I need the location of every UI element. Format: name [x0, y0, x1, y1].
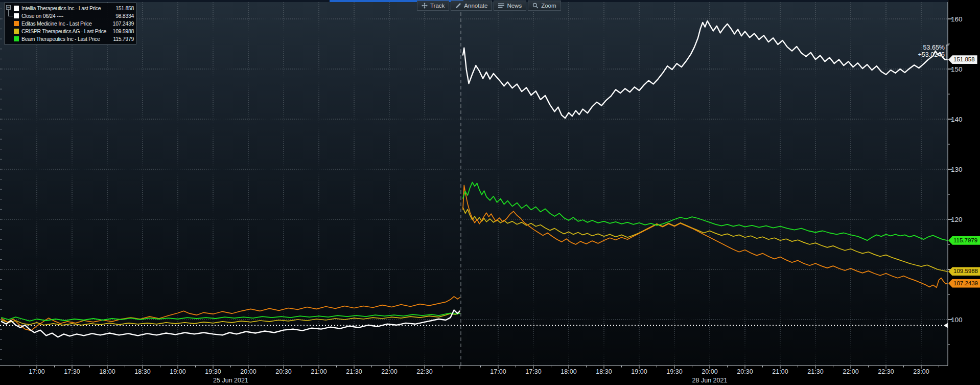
legend-item[interactable]: Beam Therapeutics Inc - Last Price 115.7… [6, 35, 134, 42]
legend-tree-connector [8, 10, 13, 16]
price-tag-editas: 107.2439 [948, 279, 980, 288]
x-tick-label: 21:00 [772, 368, 788, 375]
x-tick-label: 17:00 [490, 368, 506, 375]
legend-label: CRISPR Therapeutics AG - Last Price [21, 28, 107, 34]
legend-item[interactable]: Close on 06/24 ---- 98.8334 [6, 12, 134, 19]
chart-toolbar: Track Annotate News Zoom [417, 1, 561, 11]
track-button-label: Track [430, 3, 445, 9]
x-tick-label: 19:30 [205, 368, 221, 375]
price-tag-crispr: 109.5988 [948, 267, 980, 276]
legend-value: 115.7979 [110, 36, 134, 42]
x-tick-label: 23:00 [913, 368, 929, 375]
x-tick-label: 18:30 [596, 368, 612, 375]
zoom-button-label: Zoom [541, 3, 556, 9]
x-tick-label: 17:30 [64, 368, 80, 375]
legend-item[interactable]: Intellia Therapeutics Inc - Last Price 1… [6, 4, 134, 12]
news-button[interactable]: News [494, 1, 526, 11]
legend-item[interactable]: CRISPR Therapeutics AG - Last Price 109.… [6, 27, 134, 35]
x-tick-label: 18:30 [134, 368, 150, 375]
legend-value: 151.858 [110, 5, 134, 11]
legend-value: 107.2439 [110, 20, 134, 27]
x-tick-label: 20:00 [702, 368, 717, 375]
y-tick-label: 150 [951, 65, 963, 73]
x-tick-label: 20:30 [737, 368, 753, 375]
date-label: 28 Jun 2021 [692, 377, 728, 384]
x-tick-label: 18:00 [99, 368, 115, 375]
zoom-button[interactable]: Zoom [528, 1, 561, 11]
price-tag-beam: 115.7979 [948, 236, 980, 245]
change-amount: +53.0245 [918, 51, 945, 58]
legend-label: Beam Therapeutics Inc - Last Price [21, 36, 107, 42]
news-button-label: News [507, 3, 522, 9]
x-tick-label: 17:00 [29, 368, 44, 375]
magnifier-icon [532, 3, 539, 9]
y-tick-label: 100 [951, 316, 963, 324]
series-swatch [14, 29, 19, 34]
legend-label: Editas Medicine Inc - Last Price [21, 20, 107, 27]
series-swatch [14, 13, 19, 18]
legend-value: 109.5988 [110, 28, 134, 34]
x-tick-label: 22:30 [416, 368, 432, 375]
legend-collapse-icon[interactable]: − [6, 5, 11, 10]
y-tick-label: 140 [951, 116, 963, 123]
y-tick-label: 160 [951, 15, 963, 23]
legend-item[interactable]: Editas Medicine Inc - Last Price 107.243… [6, 19, 134, 27]
move-crosshair-icon [422, 3, 428, 9]
pencil-icon [455, 3, 461, 9]
annotate-button[interactable]: Annotate [451, 1, 492, 11]
x-tick-label: 19:00 [170, 368, 185, 375]
price-tag-intellia: 151.858 [948, 55, 977, 64]
legend-label: Intellia Therapeutics Inc - Last Price [21, 5, 107, 11]
chart-plot[interactable]: 16015014013012010017:0017:3018:0018:3019… [0, 0, 980, 385]
x-tick-label: 20:30 [275, 368, 291, 375]
track-button[interactable]: Track [417, 1, 449, 11]
y-tick-label: 120 [951, 216, 963, 223]
legend: − Intellia Therapeutics Inc - Last Price… [4, 3, 136, 44]
x-tick-label: 21:00 [311, 368, 326, 375]
y-tick-label: 130 [951, 166, 963, 173]
x-tick-label: 21:30 [807, 368, 823, 375]
x-tick-label: 17:30 [525, 368, 541, 375]
x-tick-label: 19:00 [631, 368, 647, 375]
change-percent: 53.65% [918, 44, 945, 51]
x-tick-label: 22:00 [843, 368, 858, 375]
x-tick-label: 22:00 [381, 368, 397, 375]
series-swatch [14, 6, 19, 11]
x-tick-label: 18:00 [561, 368, 576, 375]
x-tick-label: 20:00 [240, 368, 256, 375]
series-swatch [14, 36, 19, 41]
series-swatch [14, 21, 19, 26]
annotate-button-label: Annotate [464, 3, 487, 9]
news-lines-icon [498, 3, 504, 9]
x-tick-label: 22:30 [878, 368, 894, 375]
x-tick-label: 21:30 [346, 368, 362, 375]
x-tick-label: 19:30 [666, 368, 682, 375]
legend-value: 98.8334 [110, 13, 134, 19]
legend-label: Close on 06/24 ---- [21, 13, 107, 19]
date-label: 25 Jun 2021 [213, 377, 248, 384]
bloomberg-chart-window: 16015014013012010017:0017:3018:0018:3019… [0, 0, 980, 385]
plot-background [0, 0, 948, 366]
change-annotation: 53.65% +53.0245 [918, 44, 945, 58]
